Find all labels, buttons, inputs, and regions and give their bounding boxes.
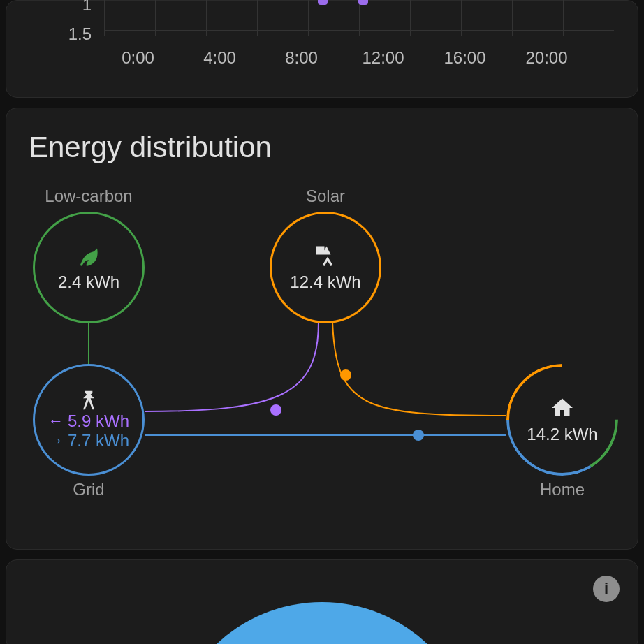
solar-label: Solar	[270, 186, 381, 206]
arrow-right-icon: →	[48, 432, 64, 450]
home-ring-icon	[506, 364, 618, 476]
energy-pie-card: i	[6, 559, 638, 644]
solar-node[interactable]: 12.4 kWh	[270, 212, 381, 323]
info-button[interactable]: i	[593, 576, 620, 602]
chart-data-point	[318, 0, 328, 5]
x-tick: 4:00	[179, 48, 261, 68]
grid-import-row: → 7.7 kWh	[48, 431, 129, 451]
info-icon: i	[604, 580, 608, 598]
svg-point-1	[340, 369, 351, 381]
arrow-left-icon: ←	[48, 412, 64, 430]
x-tick: 0:00	[97, 48, 179, 68]
solar-value: 12.4 kWh	[290, 272, 360, 292]
chart-plot-area	[104, 0, 614, 36]
lowcarbon-value: 2.4 kWh	[58, 272, 119, 292]
svg-point-2	[413, 430, 424, 441]
energy-pie-chart	[168, 602, 476, 644]
grid-export-value: 5.9 kWh	[68, 411, 129, 431]
home-node[interactable]: 14.2 kWh	[506, 364, 618, 476]
chart-x-axis: 0:00 4:00 8:00 12:00 16:00 20:00	[97, 48, 587, 68]
energy-distribution-card: Energy distribution Low-carbon 2.4 kWh S…	[6, 108, 638, 550]
x-tick: 12:00	[342, 48, 424, 68]
distribution-diagram: Low-carbon 2.4 kWh Solar 12.4 kWh ← 5.9 …	[29, 178, 615, 527]
svg-point-0	[270, 404, 281, 416]
leaf-icon	[76, 243, 101, 268]
grid-export-row: ← 5.9 kWh	[48, 411, 129, 431]
transmission-tower-icon	[78, 389, 100, 411]
lowcarbon-label: Low-carbon	[33, 186, 145, 206]
home-label: Home	[506, 480, 618, 499]
chart-y-axis: 1 1.5	[64, 0, 92, 54]
chart-data-point	[358, 0, 368, 5]
x-tick: 16:00	[424, 48, 506, 68]
x-tick: 20:00	[506, 48, 587, 68]
grid-node[interactable]: ← 5.9 kWh → 7.7 kWh	[33, 364, 145, 476]
grid-import-value: 7.7 kWh	[68, 431, 129, 451]
solar-power-icon	[313, 243, 338, 268]
y-tick: 1.5	[64, 24, 92, 54]
grid-label: Grid	[33, 480, 145, 499]
lowcarbon-node[interactable]: 2.4 kWh	[33, 212, 145, 323]
card-title: Energy distribution	[29, 131, 615, 164]
y-tick: 1	[64, 0, 92, 24]
x-tick: 8:00	[261, 48, 342, 68]
energy-time-chart-card: 1 1.5 0:00 4:00 8:00 12:00 16:00 20:00	[6, 0, 638, 98]
